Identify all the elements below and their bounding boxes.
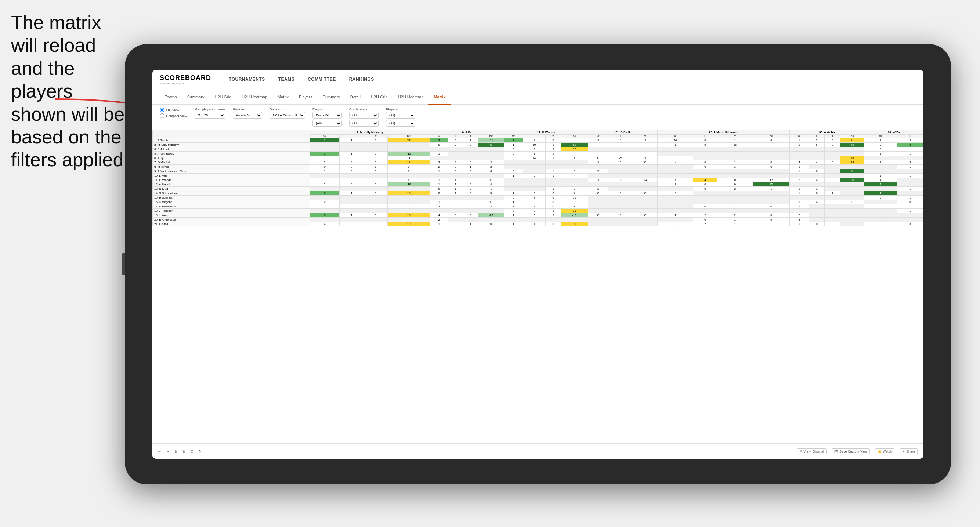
save-custom-button[interactable]: 💾 Save Custom View: [832, 448, 870, 454]
matrix-area[interactable]: 2. M Kelly Mulcahy 6. A Dy 11. G Woods 2…: [153, 130, 923, 443]
player-name: 1. J Garcia: [153, 138, 310, 143]
table-row: 14. S Srichantamit 31018 0105 1204 010 5…: [153, 191, 923, 195]
col-l7: L: [897, 135, 923, 138]
subnav-h2h-grid2[interactable]: H2H Grid: [366, 90, 393, 105]
subnav-players[interactable]: Players: [294, 90, 318, 105]
nav-committee[interactable]: COMMITTEE: [301, 70, 342, 90]
col-w3: W: [504, 135, 523, 138]
logo-title: SCOREBOARD: [160, 74, 211, 82]
subnav-h2h-grid[interactable]: H2H Grid: [209, 90, 237, 105]
nav-teams[interactable]: TEAMS: [272, 70, 301, 90]
subnav-teams[interactable]: Teams: [160, 90, 182, 105]
col-dif6: Dif: [840, 135, 864, 138]
gender-filter: Gender Women's: [233, 108, 262, 119]
toolbar-right-section: 👁 View: Original 💾 Save Custom View 🔔 Wa…: [797, 448, 918, 454]
player-name: 16. X Mcgaha: [153, 200, 310, 205]
watch-button[interactable]: 🔔 Watch: [875, 448, 894, 454]
table-row: 15. H Stranda 02011 01: [153, 195, 923, 200]
col-l6: L: [809, 135, 825, 138]
conference-all-select[interactable]: (All): [349, 120, 379, 127]
subnav-matrix[interactable]: Matrix: [272, 90, 294, 105]
col-group-schumac: 23. L Marie Schumac: [657, 130, 789, 135]
player-name: 10. L Perini: [153, 174, 310, 178]
zoom-in-button[interactable]: ⊕: [183, 449, 185, 453]
fit-button[interactable]: ⊡: [191, 449, 194, 453]
player-name: 15. H Stranda: [153, 195, 310, 200]
watch-icon: 🔔: [878, 449, 881, 453]
table-row: 6. A Dy 70011 01414 0251 13: [153, 156, 923, 160]
region-all-select[interactable]: (All): [312, 120, 342, 127]
tablet-screen: SCOREBOARD Powered by clippd TOURNAMENTS…: [153, 70, 923, 459]
bottom-toolbar: ↩ ↪ ⊖ ⊕ ⊡ ↻ 👁 View: Original 💾 Save Cust…: [153, 443, 923, 459]
navbar: SCOREBOARD Powered by clippd TOURNAMENTS…: [153, 70, 923, 90]
player-name: 8. M Torres: [153, 165, 310, 169]
full-view-radio[interactable]: [160, 108, 164, 112]
subnav-matrix2[interactable]: Matrix: [428, 90, 450, 105]
compact-view-radio[interactable]: [160, 113, 164, 118]
player-name: 7. O Mitchell: [153, 160, 310, 165]
col-group-webb: 38. A Webb: [790, 130, 864, 135]
gender-select[interactable]: Women's: [233, 112, 262, 119]
subnav-h2h-heatmap2[interactable]: H2H Heatmap: [393, 90, 429, 105]
col-t3: T: [546, 135, 561, 138]
table-row: 5. A Nomrowski 310-15 1 011 11: [153, 152, 923, 156]
refresh-button[interactable]: ↻: [199, 449, 202, 453]
subnav: Teams Summary H2H Grid H2H Heatmap Matri…: [153, 90, 923, 105]
table-row: 19. J Kanh 31018 400-20 100-15 010 4220 …: [153, 213, 923, 217]
col-t1: T: [364, 135, 388, 138]
tablet-side-button[interactable]: [122, 253, 125, 275]
filterbar: Full View Compact View Max players in vi…: [153, 105, 923, 130]
max-players-label: Max players in view: [195, 108, 226, 111]
col-group-za: 60. W Za: [864, 130, 923, 135]
col-dif1: Dif: [388, 135, 430, 138]
conference-select[interactable]: (All): [349, 112, 379, 119]
max-players-select[interactable]: Top 25: [195, 112, 226, 119]
col-group-woods: 11. G Woods: [504, 130, 588, 135]
players-all-select[interactable]: (All): [386, 120, 415, 127]
table-row: 18. J Hodgson 00011 1: [153, 209, 923, 213]
player-name: 21. O Stoll: [153, 222, 310, 227]
player-name: 17. D Ballesteros: [153, 205, 310, 209]
watch-label: Watch: [883, 449, 892, 453]
share-button[interactable]: ↗ Share: [900, 448, 918, 454]
division-select[interactable]: NCAA Division II: [269, 112, 305, 119]
table-row: 16. X Mcgaha 2 10011 1003 0403 0: [153, 200, 923, 205]
zoom-out-button[interactable]: ⊖: [174, 449, 177, 453]
table-row: 13. N Klug 010-2 10 3 021 01 1: [153, 187, 923, 191]
table-row: 2. M Kelly Mulcahy 07040 110050 1035 060…: [153, 143, 923, 147]
col-dif2: Dif: [478, 135, 504, 138]
player-name: 19. J Kanh: [153, 213, 310, 217]
player-name: 2. M Kelly Mulcahy: [153, 143, 310, 147]
subnav-h2h-heatmap[interactable]: H2H Heatmap: [237, 90, 272, 105]
col-l3: L: [523, 135, 546, 138]
nav-rankings[interactable]: RANKINGS: [342, 70, 381, 90]
col-group-mulcahy: 2. M Kelly Mulcahy: [310, 130, 430, 135]
subnav-detail[interactable]: Detail: [345, 90, 366, 105]
table-row: 12. A Bianchi 200-16 1104 20025 4: [153, 183, 923, 187]
subnav-summary2[interactable]: Summary: [318, 90, 345, 105]
subnav-summary[interactable]: Summary: [182, 90, 209, 105]
col-t5: T: [717, 135, 753, 138]
region-select[interactable]: East - DII: [312, 112, 342, 119]
undo-button[interactable]: ↩: [158, 449, 161, 453]
division-filter: Division NCAA Division II: [269, 108, 305, 119]
table-row: 1. J Garcia 31027 301-11 310 111 10016 1…: [153, 138, 923, 143]
logo-area: SCOREBOARD Powered by clippd: [160, 74, 211, 85]
col-dif5: Dif: [753, 135, 789, 138]
conference-label: Conference: [349, 108, 379, 111]
division-label: Division: [269, 108, 305, 111]
players-select[interactable]: (All): [386, 112, 415, 119]
redo-button[interactable]: ↪: [166, 449, 169, 453]
view-original-button[interactable]: 👁 View: Original: [797, 448, 827, 454]
player-name: 3. S Jelinek: [153, 147, 310, 152]
empty-header: [153, 130, 310, 138]
tablet-device: SCOREBOARD Powered by clippd TOURNAMENTS…: [125, 44, 951, 484]
players-filter: Players (All) (All): [386, 108, 415, 127]
region-label: Region: [312, 108, 342, 111]
col-group-stoll: 21. O Stoll: [588, 130, 657, 135]
nav-tournaments[interactable]: TOURNAMENTS: [222, 70, 272, 90]
col-l2: L: [448, 135, 463, 138]
max-players-filter: Max players in view Top 25: [195, 108, 226, 119]
nav-items: TOURNAMENTS TEAMS COMMITTEE RANKINGS: [222, 70, 381, 90]
table-row: 17. D Ballesteros 1005 2003 1101 020 7 0…: [153, 205, 923, 209]
